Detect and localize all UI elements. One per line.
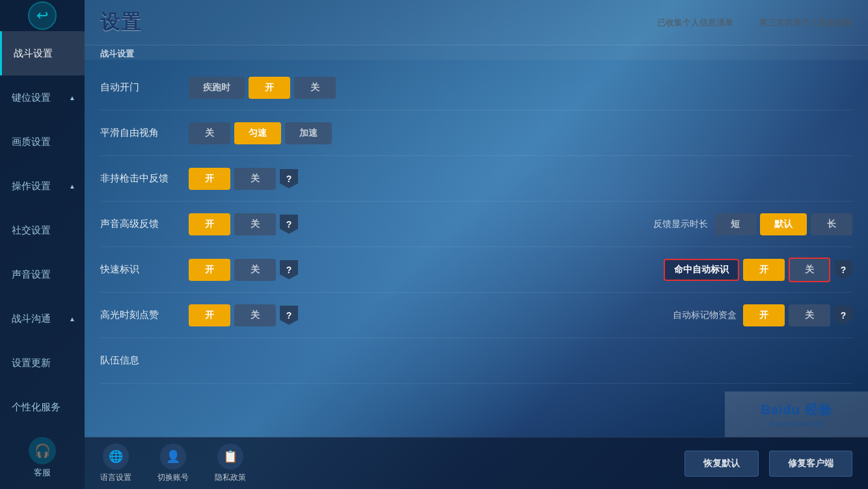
help-icon[interactable]: ? bbox=[280, 169, 298, 189]
footer-item-label: 隐私政策 bbox=[215, 472, 246, 483]
person-icon: 👤 bbox=[160, 443, 186, 469]
repair-client-button[interactable]: 修复客户端 bbox=[769, 451, 852, 477]
headphone-icon: 🎧 bbox=[29, 437, 56, 464]
setting-label: 非持枪击中反馈 bbox=[100, 172, 178, 185]
btn-short[interactable]: 短 bbox=[714, 213, 756, 235]
btn-group-auto-mark: 命中自动标识 开 关 ? bbox=[664, 258, 852, 282]
btn-group-sound-feedback: 开 关 ? bbox=[189, 213, 298, 235]
btn-accel[interactable]: 加速 bbox=[285, 122, 332, 144]
setting-team-info: 队伍信息 bbox=[100, 338, 852, 384]
back-button[interactable]: ↩ bbox=[0, 0, 85, 31]
setting-sound-feedback: 声音高级反馈 开 关 ? 反馈显示时长 短 默认 长 bbox=[100, 202, 852, 247]
btn-group-feedback-duration: 反馈显示时长 短 默认 长 bbox=[653, 213, 852, 235]
globe-icon: 🌐 bbox=[103, 443, 129, 469]
page-title: 设置 bbox=[100, 9, 142, 36]
personal-info-link[interactable]: 已收集个人信息清单 bbox=[657, 17, 733, 29]
watermark-text: Baidu 经验 bbox=[761, 401, 832, 419]
help-icon[interactable]: ? bbox=[280, 215, 298, 234]
sidebar-item-label: 战斗沟通 bbox=[12, 313, 51, 325]
btn-group-smooth-view: 关 匀速 加速 bbox=[189, 122, 332, 144]
setting-label: 队伍信息 bbox=[100, 354, 178, 367]
btn-group-highlight-like: 开 关 ? bbox=[189, 304, 298, 326]
setting-label: 高光时刻点赞 bbox=[100, 309, 178, 321]
btn-off[interactable]: 关 bbox=[789, 304, 830, 326]
footer-right: 恢复默认 修复客户端 bbox=[685, 451, 852, 477]
sidebar-item-social-settings[interactable]: 社交设置 bbox=[0, 208, 85, 252]
document-icon: 📋 bbox=[217, 443, 243, 469]
setting-auto-door: 自动开门 疾跑时 开 关 bbox=[100, 65, 852, 111]
footer-item-label: 语言设置 bbox=[100, 472, 131, 483]
sidebar-item-label: 个性化服务 bbox=[12, 401, 61, 414]
footer-left: 🌐 语言设置 👤 切换账号 📋 隐私政策 bbox=[100, 443, 246, 483]
settings-list: 自动开门 疾跑时 开 关 平滑自由视角 关 匀速 加速 非持枪击中反馈 开 关 … bbox=[85, 60, 868, 437]
btn-on[interactable]: 开 bbox=[189, 213, 230, 235]
sidebar-item-operation-settings[interactable]: 操作设置 ▲ bbox=[0, 164, 85, 208]
watermark-sub: jingyan.baidu.com bbox=[770, 420, 823, 427]
sidebar-item-label: 战斗设置 bbox=[14, 47, 53, 60]
sidebar: ↩ 战斗设置 键位设置 ▲ 画质设置 操作设置 ▲ 社交设置 声音设置 战斗沟通… bbox=[0, 0, 85, 489]
btn-off[interactable]: 关 bbox=[789, 258, 830, 282]
sidebar-item-combat-settings[interactable]: 战斗设置 bbox=[0, 31, 85, 75]
privacy-policy-button[interactable]: 📋 隐私政策 bbox=[215, 443, 246, 483]
arrow-icon: ▲ bbox=[69, 315, 75, 323]
switch-account-button[interactable]: 👤 切换账号 bbox=[157, 443, 189, 483]
section-header: 战斗设置 bbox=[85, 46, 868, 60]
sidebar-item-label: 社交设置 bbox=[12, 224, 51, 237]
btn-group-quick-mark: 开 关 ? bbox=[189, 259, 298, 281]
setting-quick-mark: 快速标识 开 关 ? 命中自动标识 开 关 ? bbox=[100, 247, 852, 293]
sidebar-item-label: 操作设置 bbox=[12, 180, 51, 192]
setting-label: 声音高级反馈 bbox=[100, 218, 178, 230]
feedback-duration-label: 反馈显示时长 bbox=[653, 218, 708, 230]
footer-item-label: 切换账号 bbox=[157, 472, 189, 483]
sidebar-item-label: 设置更新 bbox=[12, 357, 51, 369]
language-settings-button[interactable]: 🌐 语言设置 bbox=[100, 443, 131, 483]
btn-off[interactable]: 关 bbox=[234, 259, 276, 281]
setting-smooth-view: 平滑自由视角 关 匀速 加速 bbox=[100, 111, 852, 156]
sidebar-item-settings-update[interactable]: 设置更新 bbox=[0, 341, 85, 385]
help-icon[interactable]: ? bbox=[834, 260, 852, 280]
sidebar-item-label: 声音设置 bbox=[12, 269, 51, 281]
btn-on[interactable]: 开 bbox=[249, 77, 290, 99]
btn-on[interactable]: 开 bbox=[743, 304, 785, 326]
setting-label: 平滑自由视角 bbox=[100, 127, 178, 139]
help-icon[interactable]: ? bbox=[834, 306, 852, 325]
footer: 🌐 语言设置 👤 切换账号 📋 隐私政策 恢复默认 修复客户端 bbox=[85, 437, 868, 489]
btn-group-auto-loot-box: 自动标记物资盒 开 关 ? bbox=[673, 304, 852, 326]
help-icon[interactable]: ? bbox=[280, 260, 298, 280]
sidebar-item-label: 键位设置 bbox=[12, 92, 51, 104]
btn-off[interactable]: 关 bbox=[234, 304, 276, 326]
btn-on[interactable]: 开 bbox=[189, 304, 230, 326]
setting-non-gun-feedback: 非持枪击中反馈 开 关 ? bbox=[100, 156, 852, 202]
setting-label: 快速标识 bbox=[100, 263, 178, 276]
arrow-icon: ▲ bbox=[69, 94, 75, 101]
btn-on[interactable]: 开 bbox=[189, 259, 230, 281]
restore-defaults-button[interactable]: 恢复默认 bbox=[685, 451, 759, 477]
btn-off[interactable]: 关 bbox=[189, 122, 230, 144]
setting-highlight-like: 高光时刻点赞 开 关 ? 自动标记物资盒 开 关 ? bbox=[100, 293, 852, 338]
header: 设置 已收集个人信息清单 第三方共享个人信息清单 bbox=[85, 0, 868, 46]
sidebar-item-personalization[interactable]: 个性化服务 bbox=[0, 385, 85, 429]
btn-uniform[interactable]: 匀速 bbox=[234, 122, 281, 144]
sidebar-nav: 战斗设置 键位设置 ▲ 画质设置 操作设置 ▲ 社交设置 声音设置 战斗沟通 ▲… bbox=[0, 31, 85, 429]
btn-off[interactable]: 关 bbox=[294, 77, 336, 99]
btn-default[interactable]: 默认 bbox=[760, 213, 807, 235]
btn-sprint[interactable]: 疾跑时 bbox=[189, 77, 245, 99]
btn-on[interactable]: 开 bbox=[189, 168, 230, 190]
customer-service-label: 客服 bbox=[34, 467, 51, 479]
back-icon: ↩ bbox=[28, 1, 57, 30]
third-party-info-link[interactable]: 第三方共享个人信息清单 bbox=[759, 17, 852, 29]
sidebar-item-key-settings[interactable]: 键位设置 ▲ bbox=[0, 75, 85, 120]
sidebar-item-combat-comm[interactable]: 战斗沟通 ▲ bbox=[0, 297, 85, 341]
btn-off[interactable]: 关 bbox=[234, 168, 276, 190]
sidebar-item-sound-settings[interactable]: 声音设置 bbox=[0, 252, 85, 297]
customer-service-button[interactable]: 🎧 客服 bbox=[0, 429, 85, 489]
auto-loot-label: 自动标记物资盒 bbox=[673, 310, 737, 321]
btn-on[interactable]: 开 bbox=[743, 259, 785, 281]
auto-mark-label: 命中自动标识 bbox=[664, 259, 739, 281]
btn-group-auto-door: 疾跑时 开 关 bbox=[189, 77, 336, 99]
sidebar-item-graphics-settings[interactable]: 画质设置 bbox=[0, 120, 85, 164]
header-links: 已收集个人信息清单 第三方共享个人信息清单 bbox=[657, 17, 852, 29]
btn-long[interactable]: 长 bbox=[811, 213, 852, 235]
help-icon[interactable]: ? bbox=[280, 306, 298, 325]
btn-off[interactable]: 关 bbox=[234, 213, 276, 235]
